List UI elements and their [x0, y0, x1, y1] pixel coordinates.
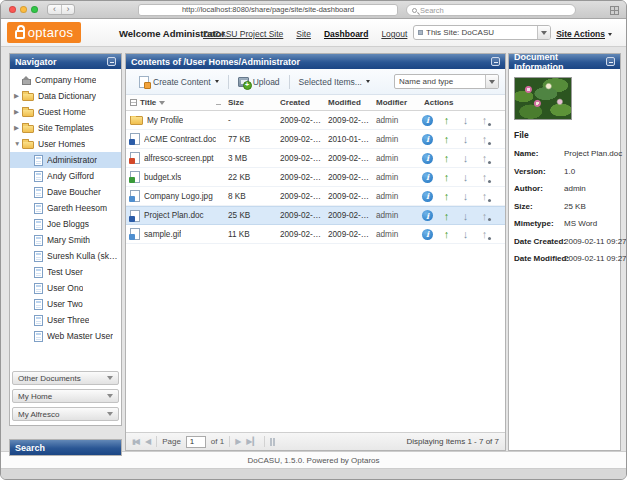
tree-item-suresh-kulla-skulla[interactable]: Suresh Kulla (skulla) — [10, 248, 121, 264]
tree-item-company-home[interactable]: Company Home — [10, 72, 121, 88]
update-action-icon[interactable] — [479, 134, 490, 145]
table-row-acme-contract-doc[interactable]: ACME Contract.doc77 KB2009-02-11 ...2010… — [126, 130, 505, 149]
tree-item-label[interactable]: Andy Gifford — [47, 171, 94, 181]
download-action-icon[interactable] — [460, 115, 471, 126]
tree-item-label[interactable]: Web Master User — [47, 331, 113, 341]
close-button[interactable] — [9, 6, 16, 13]
download-action-icon[interactable] — [460, 153, 471, 164]
header-link-site[interactable]: Site — [296, 29, 311, 39]
tree-item-andy-gifford[interactable]: Andy Gifford — [10, 168, 121, 184]
update-action-icon[interactable] — [479, 210, 490, 221]
download-action-icon[interactable] — [460, 191, 471, 202]
site-selector[interactable]: This Site: DoCASU — [413, 25, 551, 40]
info-action-icon[interactable] — [422, 134, 433, 145]
forward-button[interactable]: › — [61, 5, 74, 14]
tree-item-label[interactable]: User Three — [47, 315, 89, 325]
tree-item-label[interactable]: Guest Home — [38, 107, 86, 117]
tree-item-site-templates[interactable]: Site Templates — [10, 120, 121, 136]
info-action-icon[interactable] — [422, 115, 433, 126]
column-header-modifier[interactable]: Modifier — [372, 98, 420, 107]
tree-item-label[interactable]: Administrator — [47, 155, 97, 165]
info-action-icon[interactable] — [422, 172, 433, 183]
tree-item-administrator[interactable]: Administrator — [10, 152, 121, 168]
tree-item-label[interactable]: Dave Boucher — [47, 187, 101, 197]
column-header-title[interactable]: Title — [126, 98, 224, 107]
tree-item-label[interactable]: User Ono — [47, 283, 83, 293]
update-action-icon[interactable] — [479, 153, 490, 164]
tree-item-test-user[interactable]: Test User — [10, 264, 121, 280]
back-button[interactable]: ‹ — [48, 5, 61, 14]
show-all-tabs-icon[interactable] — [610, 6, 619, 15]
address-bar[interactable]: http://localhost:8080/share/page/site/si… — [138, 4, 398, 16]
download-action-icon[interactable] — [460, 134, 471, 145]
refresh-icon[interactable] — [270, 438, 276, 446]
accordion-my-alfresco[interactable]: My Alfresco — [12, 407, 119, 421]
info-action-icon[interactable] — [422, 191, 433, 202]
tree-item-user-homes[interactable]: User Homes — [10, 136, 121, 152]
file-title-link[interactable]: sample.gif — [144, 230, 181, 239]
tree-item-label[interactable]: Suresh Kulla (skulla) — [47, 251, 121, 261]
header-link-dashboard[interactable]: Dashboard — [324, 29, 368, 39]
tree-collapsed-arrow-icon[interactable] — [14, 108, 22, 116]
page-number-input[interactable] — [186, 436, 206, 448]
tree-item-dave-boucher[interactable]: Dave Boucher — [10, 184, 121, 200]
tree-item-label[interactable]: Company Home — [35, 75, 96, 85]
site-selector-dropdown-button[interactable] — [537, 26, 550, 39]
filter-select[interactable]: Name and type — [394, 74, 499, 89]
file-title-link[interactable]: My Profile — [147, 116, 183, 125]
info-action-icon[interactable] — [422, 210, 433, 221]
tree-collapsed-arrow-icon[interactable] — [14, 92, 22, 100]
accordion-other-documents[interactable]: Other Documents — [12, 371, 119, 385]
column-header-size[interactable]: Size — [224, 98, 276, 107]
tree-item-data-dictionary[interactable]: Data Dictionary — [10, 88, 121, 104]
table-row-budget-xls[interactable]: budget.xls22 KB2009-02-11 ...2009-02-11 … — [126, 168, 505, 187]
tree-item-guest-home[interactable]: Guest Home — [10, 104, 121, 120]
file-title-link[interactable]: alfresco-screen.ppt — [144, 154, 214, 163]
info-action-icon[interactable] — [422, 229, 433, 240]
table-row-alfresco-screen-ppt[interactable]: alfresco-screen.ppt3 MB2009-02-11 ...200… — [126, 149, 505, 168]
search-panel-header[interactable]: Search — [10, 440, 121, 455]
prev-page-button[interactable]: ◀ — [145, 438, 151, 446]
collapse-panel-icon[interactable] — [107, 57, 116, 66]
collapse-panel-icon[interactable] — [491, 57, 500, 66]
column-header-created[interactable]: Created — [276, 98, 324, 107]
download-action-icon[interactable] — [460, 210, 471, 221]
table-row-my-profile[interactable]: My Profile-2009-02-11 ...2009-02-11 ...a… — [126, 111, 505, 130]
checkout-action-icon[interactable] — [441, 115, 452, 126]
browser-search-field[interactable]: Search — [406, 4, 576, 16]
update-action-icon[interactable] — [479, 229, 490, 240]
table-row-company-logo-jpg[interactable]: Company Logo.jpg8 KB2009-02-11 ...2009-0… — [126, 187, 505, 206]
file-title-link[interactable]: Company Logo.jpg — [144, 192, 213, 201]
tree-item-label[interactable]: User Homes — [38, 139, 85, 149]
collapse-panel-icon[interactable] — [606, 57, 615, 66]
tree-item-label[interactable]: Test User — [47, 267, 83, 277]
last-page-button[interactable]: ▶▎ — [246, 438, 258, 446]
selected-items-button[interactable]: Selected Items... — [292, 73, 377, 91]
checkout-action-icon[interactable] — [441, 172, 452, 183]
file-title-link[interactable]: Project Plan.doc — [144, 211, 204, 220]
checkout-action-icon[interactable] — [441, 134, 452, 145]
update-action-icon[interactable] — [479, 172, 490, 183]
table-row-project-plan-doc[interactable]: Project Plan.doc25 KB2009-02-11 ...2009-… — [126, 206, 505, 225]
first-page-button[interactable]: ◀ — [132, 438, 140, 446]
update-action-icon[interactable] — [479, 191, 490, 202]
tree-item-gareth-heesom[interactable]: Gareth Heesom — [10, 200, 121, 216]
checkout-action-icon[interactable] — [441, 210, 452, 221]
header-link-logout[interactable]: Logout — [381, 29, 407, 39]
zoom-button[interactable] — [31, 6, 38, 13]
file-title-link[interactable]: ACME Contract.doc — [144, 135, 216, 144]
tree-item-user-two[interactable]: User Two — [10, 296, 121, 312]
upload-button[interactable]: Upload — [231, 73, 287, 91]
tree-item-joe-bloggs[interactable]: Joe Bloggs — [10, 216, 121, 232]
tree-item-label[interactable]: Data Dictionary — [38, 91, 96, 101]
tree-item-label[interactable]: Gareth Heesom — [47, 203, 107, 213]
site-actions-menu[interactable]: Site Actions — [556, 29, 612, 39]
tree-item-web-master-user[interactable]: Web Master User — [10, 328, 121, 344]
tree-item-label[interactable]: User Two — [47, 299, 83, 309]
tree-item-mary-smith[interactable]: Mary Smith — [10, 232, 121, 248]
download-action-icon[interactable] — [460, 172, 471, 183]
column-resize-handle[interactable] — [216, 104, 221, 105]
file-title-link[interactable]: budget.xls — [144, 173, 181, 182]
checkout-action-icon[interactable] — [441, 191, 452, 202]
tree-expanded-arrow-icon[interactable] — [14, 140, 22, 148]
